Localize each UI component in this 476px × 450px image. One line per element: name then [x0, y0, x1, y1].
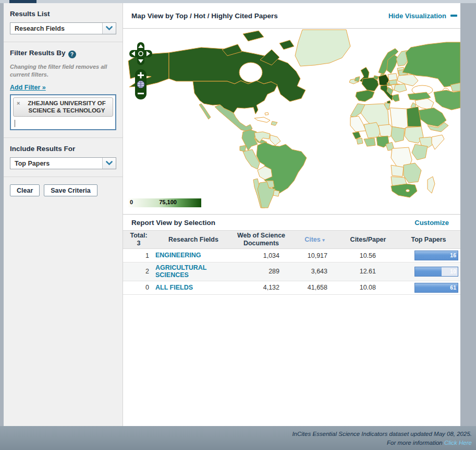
filter-heading-label: Filter Results By [10, 49, 66, 57]
row-cites: 10,917 [290, 252, 339, 259]
row-cites-per-paper: 10.56 [339, 252, 397, 259]
customize-link[interactable]: Customize [414, 219, 449, 227]
row-cites: 3,643 [290, 268, 339, 275]
results-list-dropdown-button[interactable] [102, 23, 116, 34]
table-row: 0 ALL FIELDS 4,132 41,658 10.08 61 [123, 281, 460, 295]
row-rank: 0 [123, 284, 154, 291]
filter-section: Filter Results By? Changing the filter f… [4, 42, 123, 138]
top-papers-bar: 16 [414, 251, 458, 260]
chevron-down-icon [106, 161, 113, 166]
top-papers-value: 16 [450, 251, 456, 260]
column-header-research-fields[interactable]: Research Fields [154, 235, 233, 245]
map-panel-title: Map View by Top / Hot / Highly Cited Pap… [131, 12, 388, 20]
top-papers-bar: 61 [414, 283, 458, 293]
results-list-section: Results List Research Fields [4, 3, 123, 42]
remove-filter-icon[interactable]: × [17, 100, 20, 107]
more-info-text: For more information Click Here [0, 439, 472, 447]
filter-input-box[interactable]: × ZHEJIANG UNIVERSITY OF SCIENCE & TECHN… [10, 94, 116, 131]
row-top-papers-cell: 16 [397, 251, 460, 260]
save-criteria-button[interactable]: Save Criteria [44, 184, 97, 196]
hide-visualization-label: Hide Visualization [388, 12, 446, 20]
row-top-papers-cell: 61 [397, 283, 460, 293]
total-label: Total: [123, 232, 154, 240]
report-title: Report View by Selection [131, 219, 414, 227]
filter-tag-label: ZHEJIANG UNIVERSITY OF SCIENCE & TECHNOL… [28, 100, 105, 114]
report-table: Total: 3 Research Fields Web of Science … [123, 230, 460, 295]
add-filter-link[interactable]: Add Filter » [10, 84, 46, 91]
include-results-selected-value: Top Papers [10, 160, 102, 167]
report-header: Report View by Selection Customize [123, 215, 460, 230]
cites-label: Cites [304, 236, 321, 243]
scale-max-label: 75,100 [159, 199, 177, 205]
results-list-select[interactable]: Research Fields [10, 22, 116, 34]
filter-heading: Filter Results By? [10, 49, 116, 58]
row-documents: 289 [233, 268, 290, 275]
include-results-heading: Include Results For [10, 145, 116, 153]
text-cursor [15, 120, 15, 127]
row-cites-per-paper: 12.61 [339, 268, 397, 275]
row-documents: 1,034 [233, 252, 290, 259]
more-info-prefix: For more information [387, 440, 444, 446]
scale-min-label: 0 [130, 199, 133, 205]
results-list-selected-value: Research Fields [10, 25, 102, 32]
map-panel-header: Map View by Top / Hot / Highly Cited Pap… [123, 3, 460, 29]
column-header-total: Total: 3 [123, 231, 154, 248]
clear-button[interactable]: Clear [10, 184, 40, 196]
top-papers-value: 61 [450, 283, 456, 292]
column-header-cites[interactable]: Cites ▾ [290, 235, 339, 245]
footer: InCites Essential Science Indicators dat… [0, 426, 476, 450]
top-papers-bar: 10 [414, 267, 458, 277]
map-color-scale: 0 75,100 [128, 198, 201, 207]
table-row: 1 ENGINEERING 1,034 10,917 10.56 16 [123, 249, 460, 262]
column-header-documents[interactable]: Web of Science Documents [233, 231, 290, 248]
row-field-link[interactable]: ENGINEERING [154, 250, 233, 260]
row-rank: 1 [123, 252, 154, 259]
dataset-updated-text: InCites Essential Science Indicators dat… [0, 430, 472, 439]
top-papers-value: 10 [450, 267, 456, 276]
map-pan-control[interactable] [129, 42, 152, 65]
main-panel: Map View by Top / Hot / Highly Cited Pap… [123, 3, 460, 426]
row-cites: 41,658 [290, 284, 339, 291]
column-header-cites-per-paper[interactable]: Cites/Paper [339, 235, 397, 245]
include-results-section: Include Results For Top Papers [4, 138, 123, 177]
sidebar-buttons: Clear Save Criteria [4, 177, 123, 204]
click-here-link[interactable]: Click Here [444, 440, 472, 446]
row-rank: 2 [123, 268, 154, 275]
results-list-heading: Results List [10, 10, 116, 18]
hide-visualization-link[interactable]: Hide Visualization [388, 12, 457, 20]
collapse-minus-icon [450, 15, 457, 17]
zoom-out-icon [138, 93, 144, 94]
row-top-papers-cell: 10 [397, 267, 460, 277]
filter-note: Changing the filter field removes all cu… [10, 63, 116, 79]
column-header-top-papers[interactable]: Top Papers [397, 235, 460, 245]
row-documents: 4,132 [233, 284, 290, 291]
content-frame: Results List Research Fields Filter Resu… [4, 3, 460, 426]
include-results-select[interactable]: Top Papers [10, 157, 116, 169]
include-results-dropdown-button[interactable] [102, 158, 116, 169]
sort-descending-icon: ▾ [322, 238, 325, 243]
row-cites-per-paper: 10.08 [339, 284, 397, 291]
world-map[interactable] [123, 29, 460, 208]
help-icon[interactable]: ? [68, 51, 76, 58]
total-value: 3 [123, 240, 154, 247]
row-field-link[interactable]: ALL FIELDS [154, 282, 233, 293]
filter-tag[interactable]: × ZHEJIANG UNIVERSITY OF SCIENCE & TECHN… [13, 97, 113, 117]
map-zoom-control[interactable] [135, 69, 147, 99]
sidebar: Results List Research Fields Filter Resu… [4, 3, 123, 426]
table-row: 2 AGRICULTURAL SCIENCES 289 3,643 12.61 … [123, 262, 460, 281]
top-papers-bar-fill [415, 267, 442, 276]
report-table-header: Total: 3 Research Fields Web of Science … [123, 230, 460, 249]
map-visualization: 0 75,100 [123, 29, 460, 215]
chevron-down-icon [106, 26, 113, 31]
row-field-link[interactable]: AGRICULTURAL SCIENCES [154, 262, 233, 281]
report-table-body: 1 ENGINEERING 1,034 10,917 10.56 16 2 AG… [123, 249, 460, 295]
